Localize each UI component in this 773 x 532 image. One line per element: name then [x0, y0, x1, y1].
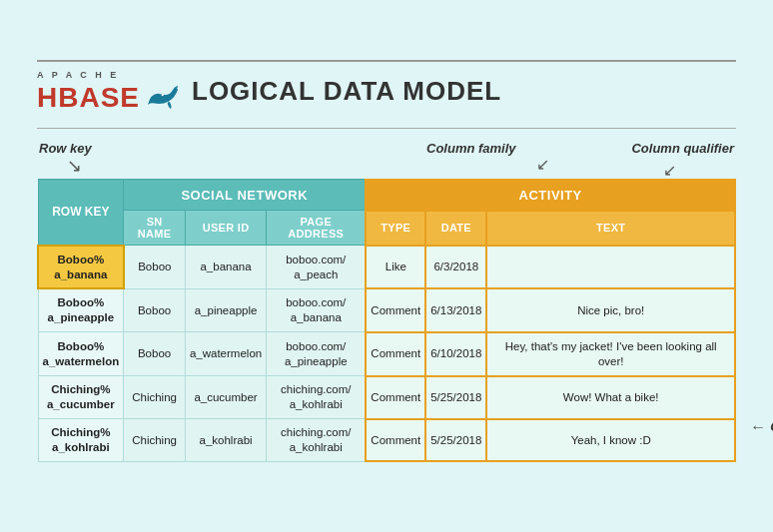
date-cell: 6/10/2018 [425, 332, 486, 376]
rowkey-cell: Boboo%a_watermelon [38, 332, 124, 376]
main-container: A P A C H E HBASE LOGICAL DATA MODEL Row… [17, 50, 756, 483]
type-cell: Like [366, 246, 425, 289]
activity-header: ACTIVITY [366, 180, 735, 211]
rowkey-cell: Boboo%a_pineapple [38, 288, 124, 331]
page-address-cell: boboo.com/a_pineapple [267, 332, 367, 376]
date-cell: 6/3/2018 [425, 246, 486, 289]
text-cell: Hey, that's my jacket! I've been looking… [486, 332, 735, 376]
divider [37, 128, 736, 129]
sn-name-subheader: SN NAME [124, 211, 186, 246]
annotation-area: Row key ↙ Column family ↙ Column qualifi… [37, 139, 736, 177]
page-address-cell: boboo.com/a_banana [267, 288, 367, 331]
date-cell: 6/13/2018 [425, 288, 486, 331]
table-row: Boboo%a_pineapple Boboo a_pineapple bobo… [38, 288, 735, 331]
page-address-subheader: PAGE ADDRESS [267, 211, 367, 246]
apache-text: A P A C H E [37, 70, 119, 80]
column-family-annotation: Column family [426, 141, 516, 156]
user-id-subheader: USER ID [185, 211, 266, 246]
logo-area: A P A C H E HBASE [37, 70, 180, 114]
cell-annotation-area: ← Cell [750, 418, 773, 436]
table-row: Chiching%a_kohlrabi Chiching a_kohlrabi … [38, 419, 735, 462]
user-id-cell: a_cucumber [185, 376, 266, 419]
hbase-text: HBASE [37, 82, 140, 114]
table-row: Boboo%a_banana Boboo a_banana boboo.com/… [38, 246, 735, 289]
row-key-arrow: ↙ [67, 155, 82, 177]
sn-name-cell: Chiching [124, 376, 186, 419]
user-id-cell: a_kohlrabi [185, 419, 266, 462]
social-network-header: SOCIAL NETWORK [124, 180, 367, 211]
date-cell: 5/25/2018 [425, 419, 486, 462]
type-cell: Comment [366, 376, 425, 419]
type-subheader: TYPE [366, 211, 425, 246]
table-wrapper: ROW KEY SOCIAL NETWORK ACTIVITY SN NAME … [37, 179, 736, 463]
row-key-annotation: Row key [39, 141, 92, 156]
text-cell: Yeah, I know :D [486, 419, 735, 462]
text-cell: Nice pic, bro! [486, 288, 735, 331]
user-id-cell: a_banana [185, 246, 266, 289]
table-row: Boboo%a_watermelon Boboo a_watermelon bo… [38, 332, 735, 376]
page-address-cell: boboo.com/a_peach [267, 246, 367, 289]
type-cell: Comment [366, 419, 425, 462]
header: A P A C H E HBASE LOGICAL DATA MODEL [37, 70, 736, 114]
page-address-cell: chiching.com/a_kohlrabi [267, 419, 367, 462]
data-table: ROW KEY SOCIAL NETWORK ACTIVITY SN NAME … [37, 179, 736, 463]
type-cell: Comment [366, 332, 425, 376]
date-subheader: DATE [425, 211, 486, 246]
rowkey-cell: Chiching%a_cucumber [38, 376, 124, 419]
text-subheader: TEXT [486, 211, 735, 246]
user-id-cell: a_pineapple [185, 288, 266, 331]
svg-point-0 [162, 94, 164, 96]
sn-name-cell: Boboo [124, 246, 186, 289]
column-family-arrow: ↙ [536, 155, 549, 174]
rowkey-header: ROW KEY [38, 180, 124, 246]
rowkey-cell: Boboo%a_banana [38, 246, 124, 289]
column-qualifier-annotation: Column qualifier [631, 141, 734, 157]
sn-name-cell: Chiching [124, 419, 186, 462]
type-cell: Comment [366, 288, 425, 331]
sn-name-cell: Boboo [124, 332, 186, 376]
rowkey-cell: Chiching%a_kohlrabi [38, 419, 124, 462]
cell-arrow: ← [750, 418, 766, 436]
column-qualifier-arrow: ↙ [663, 161, 676, 180]
user-id-cell: a_watermelon [185, 332, 266, 376]
table-row: Chiching%a_cucumber Chiching a_cucumber … [38, 376, 735, 419]
text-cell [486, 246, 735, 289]
sn-name-cell: Boboo [124, 288, 186, 331]
text-cell: Wow! What a bike! [486, 376, 735, 419]
date-cell: 5/25/2018 [425, 376, 486, 419]
whale-icon [144, 84, 180, 112]
hbase-logo: HBASE [37, 82, 180, 114]
page-address-cell: chiching.com/a_kohlrabi [267, 376, 367, 419]
page-title: LOGICAL DATA MODEL [192, 76, 501, 107]
top-divider [37, 60, 736, 62]
